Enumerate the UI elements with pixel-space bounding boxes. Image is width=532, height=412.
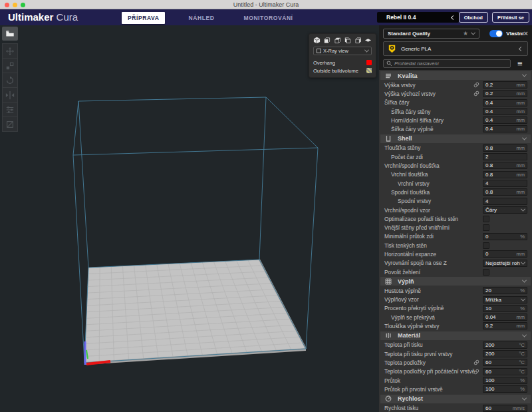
view-options-panel: X-Ray view Overhang Outside buildvolume <box>309 33 376 78</box>
tab-prepare[interactable]: PŘÍPRAVA <box>122 12 165 24</box>
render-mode-dropdown[interactable]: X-Ray view <box>313 47 372 55</box>
setting-value-field[interactable]: 0 % <box>483 233 527 240</box>
setting-value-field[interactable]: 4 <box>483 180 527 187</box>
setting-value-field[interactable]: 60 °C <box>483 368 527 375</box>
setting-value-field[interactable]: 100 % <box>483 385 527 393</box>
setting-row: Teplota při tisku první vrstvy 200 °C <box>379 349 532 358</box>
custom-settings-toggle[interactable] <box>489 30 503 37</box>
setting-unit: °C <box>519 342 525 348</box>
setting-value-field[interactable]: 4 <box>483 198 527 205</box>
section-icon <box>385 135 392 142</box>
setting-value-field[interactable]: 0.2 mm <box>483 322 527 329</box>
setting-unit: mm <box>517 323 525 329</box>
setting-value-field[interactable]: 100 % <box>483 377 527 384</box>
setting-value-field[interactable]: 0.8 mm <box>483 162 527 169</box>
setting-value-field[interactable]: Nejostřejší roh <box>483 260 527 267</box>
move-tool-button[interactable] <box>2 43 18 59</box>
setting-unit: % <box>520 377 525 383</box>
setting-value-field[interactable]: 60 °C <box>483 359 527 366</box>
setting-value-field[interactable]: 0.8 mm <box>483 188 527 196</box>
support-blocker-tool-button[interactable] <box>2 116 18 132</box>
scale-tool-button[interactable] <box>2 58 18 73</box>
setting-value-field[interactable]: 0.4 mm <box>483 99 527 106</box>
setting-label: Horní/dolní šířka čáry <box>383 117 444 124</box>
setting-value-field[interactable]: Mřížka <box>483 296 527 304</box>
minimize-window-button[interactable] <box>13 3 17 7</box>
per-model-settings-tool-button[interactable] <box>2 102 18 117</box>
section-shell[interactable]: Shell <box>380 134 531 143</box>
close-window-button[interactable] <box>5 3 9 7</box>
setting-value-field[interactable]: 0.04 mm <box>483 313 527 321</box>
setting-value-field[interactable]: 10 % <box>483 305 527 312</box>
setting-value-field[interactable]: 0.4 mm <box>483 108 527 115</box>
setting-value-field[interactable]: 0.8 mm <box>483 144 527 152</box>
setting-label: Povolit žehlení <box>383 269 420 276</box>
view-front-icon[interactable] <box>323 37 331 44</box>
tab-preview[interactable]: NÁHLED <box>182 12 220 24</box>
setting-value-field[interactable]: 0.4 mm <box>483 116 527 124</box>
app-logo: Ultimaker Cura <box>8 11 78 23</box>
chevron-down-icon <box>522 278 527 283</box>
setting-checkbox[interactable] <box>483 224 489 231</box>
setting-value-field[interactable]: 0.4 mm <box>483 125 527 132</box>
search-box[interactable] <box>383 59 511 68</box>
setting-value: 0 <box>485 234 519 240</box>
header-actions: Obchod Přihlásit se <box>459 12 529 23</box>
view-bottom-icon[interactable] <box>364 37 372 44</box>
view-right-icon[interactable] <box>354 37 362 44</box>
setting-label: Spodní tloušťka <box>383 189 430 196</box>
chevron-down-icon <box>521 260 525 264</box>
setting-row: Šířka čáry 0.4 mm <box>379 99 532 107</box>
extruder-material-row[interactable]: Generic PLA <box>383 41 528 56</box>
setting-row: Horizontální expanze 0 mm <box>379 250 532 258</box>
setting-row: Průtok 100 % <box>379 376 532 385</box>
setting-value-field[interactable]: Čáry <box>483 206 527 214</box>
settings-header: Standard Quality ★ Vlastní × Generic <box>379 25 532 70</box>
setting-value-field[interactable]: 20 % <box>483 287 527 294</box>
setting-row: Spodní tloušťka 0.8 mm <box>379 188 532 196</box>
section-quality[interactable]: Kvalita <box>380 71 531 80</box>
setting-label: Šířka čáry výplně <box>383 126 434 132</box>
legend-swatch <box>366 68 372 73</box>
sign-in-button[interactable]: Přihlásit se <box>492 12 529 23</box>
close-icon[interactable]: × <box>524 30 528 37</box>
setting-value-field[interactable]: 0 mm <box>483 250 527 258</box>
setting-value: 20 <box>485 288 519 294</box>
setting-label: Počet čar zdi <box>383 154 423 160</box>
setting-value-field[interactable]: 200 °C <box>483 350 527 357</box>
section-label: Rychlost <box>398 395 523 402</box>
setting-value-field[interactable]: 2 <box>483 153 527 160</box>
view-3d-icon[interactable] <box>313 37 321 44</box>
tab-monitor[interactable]: MONITOROVÁNÍ <box>237 12 299 24</box>
section-material[interactable]: Materiál <box>380 331 531 340</box>
setting-value-field[interactable]: 0.2 mm <box>483 81 527 89</box>
settings-filter-menu-icon[interactable]: ≡ <box>517 59 523 68</box>
section-infill[interactable]: Výplň <box>380 277 531 286</box>
setting-unit: mm <box>517 162 525 168</box>
setting-value: 60 <box>485 359 518 365</box>
setting-row: Teplota podložky při počáteční vrstvě 60… <box>379 367 532 376</box>
setting-value: 0.2 <box>485 323 515 329</box>
setting-value-field[interactable]: 0.2 mm <box>483 90 527 97</box>
rotate-tool-button[interactable] <box>2 73 18 88</box>
view-left-icon[interactable] <box>344 37 351 44</box>
setting-value: 4 <box>485 180 523 186</box>
setting-checkbox[interactable] <box>483 216 489 222</box>
profile-dropdown[interactable]: Standard Quality ★ <box>383 29 479 39</box>
search-input[interactable] <box>394 61 507 67</box>
setting-value-field[interactable]: 60 mm/s <box>483 405 527 412</box>
open-file-button[interactable] <box>2 27 18 41</box>
zoom-window-button[interactable] <box>21 3 25 7</box>
section-speed[interactable]: Rychlost <box>380 395 531 403</box>
setting-value-field[interactable]: 0.8 mm <box>483 171 527 178</box>
mirror-tool-button[interactable] <box>2 87 18 103</box>
view-top-icon[interactable] <box>334 37 341 44</box>
setting-value-field[interactable]: 200 °C <box>483 341 527 349</box>
setting-label: Procento překrytí výplně <box>383 305 444 311</box>
setting-row: Tisk tenkých stěn <box>379 241 532 250</box>
setting-checkbox[interactable] <box>483 269 489 276</box>
setting-value: 200 <box>485 342 518 348</box>
printer-selector[interactable]: Rebel II 0.4 <box>377 12 459 23</box>
setting-checkbox[interactable] <box>483 242 489 249</box>
marketplace-button[interactable]: Obchod <box>459 12 488 23</box>
